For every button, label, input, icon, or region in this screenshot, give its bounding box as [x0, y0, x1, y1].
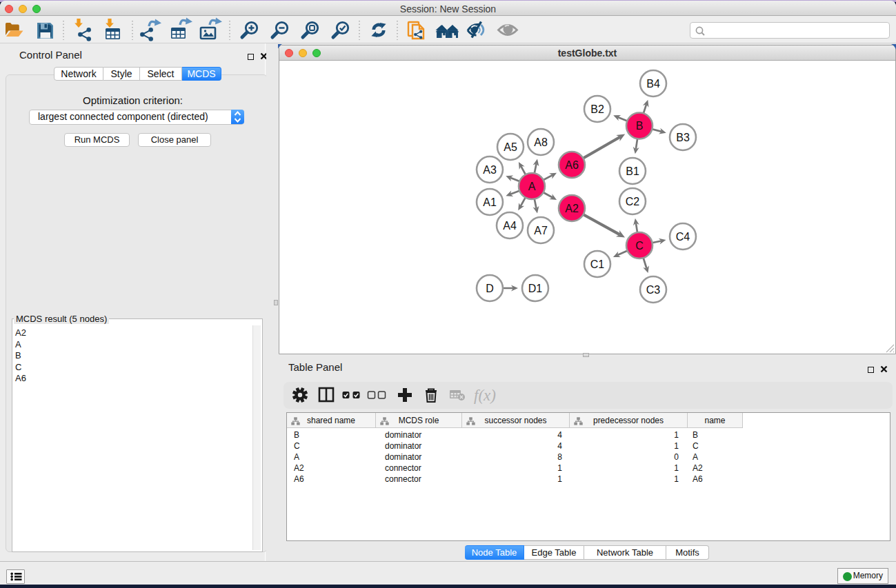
svg-text:A8: A8 [534, 136, 548, 148]
svg-text:A1: A1 [483, 196, 497, 208]
svg-text:C4: C4 [676, 231, 690, 243]
svg-text:B3: B3 [676, 132, 690, 143]
svg-text:A2: A2 [565, 203, 579, 214]
svg-text:A3: A3 [483, 164, 497, 176]
svg-text:D: D [486, 283, 494, 294]
svg-text:B1: B1 [626, 165, 639, 177]
svg-text:A: A [528, 181, 536, 192]
svg-text:C1: C1 [590, 258, 605, 270]
svg-text:A7: A7 [534, 225, 548, 236]
svg-text:C: C [635, 240, 644, 252]
svg-text:B: B [636, 120, 644, 132]
svg-text:B2: B2 [590, 103, 604, 115]
svg-text:A6: A6 [565, 159, 579, 171]
svg-text:A4: A4 [503, 220, 517, 232]
svg-text:B4: B4 [646, 78, 660, 90]
svg-text:C2: C2 [626, 196, 640, 207]
svg-text:A5: A5 [504, 141, 517, 153]
svg-text:D1: D1 [528, 283, 543, 294]
svg-text:f(x): f(x) [474, 387, 496, 404]
svg-text:C3: C3 [646, 284, 661, 296]
